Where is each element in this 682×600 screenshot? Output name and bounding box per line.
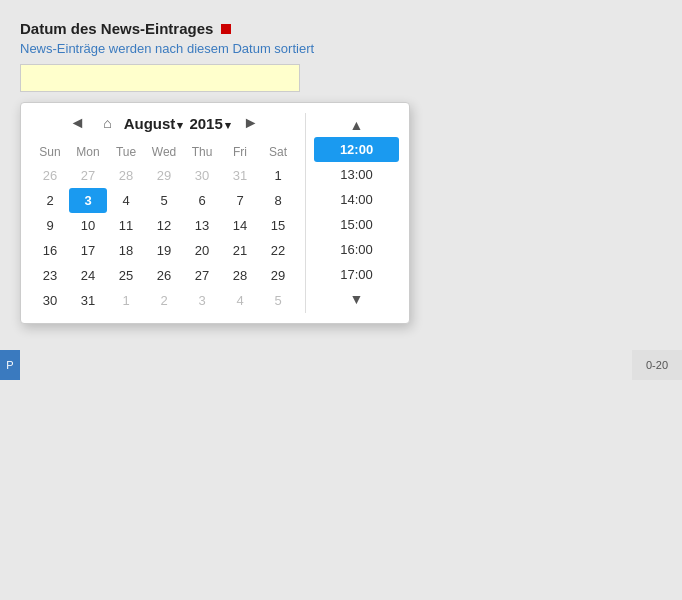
day-header-mon: Mon (69, 141, 107, 163)
calendar-section: ◄ ⌂ August▾ 2015▾ ► SunMonTueWedThuFriSa… (31, 113, 297, 313)
calendar-week-row: 16171819202122 (31, 238, 297, 263)
calendar-day[interactable]: 5 (145, 188, 183, 213)
calendar-day[interactable]: 26 (145, 263, 183, 288)
time-scroll-up-button[interactable]: ▲ (314, 113, 399, 137)
calendar-day: 29 (145, 163, 183, 188)
bg-left-element: P (0, 350, 20, 380)
day-header-tue: Tue (107, 141, 145, 163)
calendar-day[interactable]: 9 (31, 213, 69, 238)
calendar-day[interactable]: 15 (259, 213, 297, 238)
calendar-day: 1 (107, 288, 145, 313)
calendar-day: 30 (183, 163, 221, 188)
vertical-divider (305, 113, 306, 313)
home-button[interactable]: ⌂ (97, 114, 117, 132)
calendar-day[interactable]: 12 (145, 213, 183, 238)
day-header-fri: Fri (221, 141, 259, 163)
next-month-button[interactable]: ► (237, 113, 265, 133)
calendar-day[interactable]: 27 (183, 263, 221, 288)
calendar-day[interactable]: 30 (31, 288, 69, 313)
prev-month-button[interactable]: ◄ (63, 113, 91, 133)
calendar-day[interactable]: 3 (69, 188, 107, 213)
calendar-day[interactable]: 24 (69, 263, 107, 288)
day-header-sat: Sat (259, 141, 297, 163)
calendar-day[interactable]: 31 (69, 288, 107, 313)
calendar-day[interactable]: 11 (107, 213, 145, 238)
required-indicator (221, 24, 231, 34)
calendar-day[interactable]: 2 (31, 188, 69, 213)
calendar-day: 26 (31, 163, 69, 188)
calendar-day[interactable]: 25 (107, 263, 145, 288)
calendar-day: 5 (259, 288, 297, 313)
calendar-day: 27 (69, 163, 107, 188)
content-area: Datum des News-Eintrages News-Einträge w… (20, 20, 662, 324)
calendar-day[interactable]: 28 (221, 263, 259, 288)
calendar-week-row: 9101112131415 (31, 213, 297, 238)
time-list: 12:0013:0014:0015:0016:0017:00 (314, 137, 399, 287)
calendar-day[interactable]: 8 (259, 188, 297, 213)
calendar-day[interactable]: 17 (69, 238, 107, 263)
field-label: Datum des News-Eintrages (20, 20, 662, 37)
calendar-day: 3 (183, 288, 221, 313)
field-label-text: Datum des News-Eintrages (20, 20, 213, 37)
calendar-day: 4 (221, 288, 259, 313)
calendar-day[interactable]: 21 (221, 238, 259, 263)
calendar-day[interactable]: 20 (183, 238, 221, 263)
calendar-day[interactable]: 7 (221, 188, 259, 213)
calendar-day[interactable]: 22 (259, 238, 297, 263)
calendar-grid: SunMonTueWedThuFriSat 262728293031123456… (31, 141, 297, 313)
time-item[interactable]: 13:00 (314, 162, 399, 187)
time-item[interactable]: 16:00 (314, 237, 399, 262)
day-header-wed: Wed (145, 141, 183, 163)
calendar-day[interactable]: 6 (183, 188, 221, 213)
calendar-body: 2627282930311234567891011121314151617181… (31, 163, 297, 313)
time-item[interactable]: 17:00 (314, 262, 399, 287)
time-scroll-down-button[interactable]: ▼ (314, 287, 399, 311)
calendar-day[interactable]: 29 (259, 263, 297, 288)
calendar-day[interactable]: 10 (69, 213, 107, 238)
calendar-day[interactable]: 14 (221, 213, 259, 238)
calendar-week-row: 303112345 (31, 288, 297, 313)
calendar-week-row: 2627282930311 (31, 163, 297, 188)
calendar-day[interactable]: 13 (183, 213, 221, 238)
calendar-day: 28 (107, 163, 145, 188)
calendar-day-headers: SunMonTueWedThuFriSat (31, 141, 297, 163)
calendar-day[interactable]: 4 (107, 188, 145, 213)
date-input[interactable] (20, 64, 300, 92)
datepicker-popup: ◄ ⌂ August▾ 2015▾ ► SunMonTueWedThuFriSa… (20, 102, 410, 324)
calendar-day: 31 (221, 163, 259, 188)
day-header-thu: Thu (183, 141, 221, 163)
calendar-day[interactable]: 19 (145, 238, 183, 263)
calendar-day[interactable]: 1 (259, 163, 297, 188)
time-item[interactable]: 14:00 (314, 187, 399, 212)
calendar-day[interactable]: 18 (107, 238, 145, 263)
time-item[interactable]: 15:00 (314, 212, 399, 237)
time-item[interactable]: 12:00 (314, 137, 399, 162)
calendar-day: 2 (145, 288, 183, 313)
calendar-day[interactable]: 16 (31, 238, 69, 263)
calendar-week-row: 23242526272829 (31, 263, 297, 288)
bg-right-element: 0-20 (632, 350, 682, 380)
calendar-week-row: 2345678 (31, 188, 297, 213)
calendar-day[interactable]: 23 (31, 263, 69, 288)
day-header-sun: Sun (31, 141, 69, 163)
month-selector[interactable]: August▾ (124, 115, 184, 132)
time-section: ▲ 12:0013:0014:0015:0016:0017:00 ▼ (314, 113, 399, 313)
calendar-header: ◄ ⌂ August▾ 2015▾ ► (31, 113, 297, 133)
field-hint: News-Einträge werden nach diesem Datum s… (20, 41, 662, 56)
year-selector[interactable]: 2015▾ (189, 115, 230, 132)
